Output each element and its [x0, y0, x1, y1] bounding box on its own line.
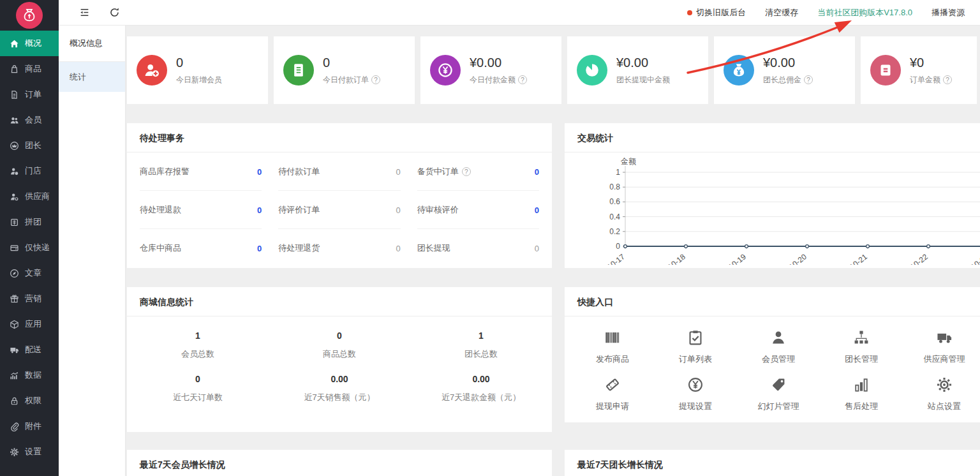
express-box-icon: [10, 243, 19, 253]
quick-entry-withdraw-apply[interactable]: 提现申请: [571, 365, 654, 412]
clipboard-check-icon: [687, 329, 704, 346]
member-growth-panel: 最近7天会员增长情况: [127, 450, 552, 476]
pending-item-stock-alert[interactable]: 商品库存报警0: [140, 152, 262, 191]
version-link[interactable]: 当前社区团购版本V17.8.0: [817, 7, 912, 19]
main-nav: 概况 商品 订单 会员 团长 门店 供应商 拼团 仅快递 文章 营销 应用 配送…: [0, 31, 59, 465]
svg-text:10-20: 10-20: [787, 252, 808, 265]
sidebar-item-groupbuy[interactable]: 拼团: [0, 209, 59, 235]
sidebar-item-goods[interactable]: 商品: [0, 56, 59, 82]
svg-text:0.8: 0.8: [609, 182, 620, 191]
pin-square-icon: [10, 218, 19, 227]
clear-cache-link[interactable]: 清空缓存: [765, 7, 798, 19]
gear-icon: [936, 376, 953, 393]
pending-item-returns[interactable]: 待处理退货0: [278, 229, 400, 267]
brand-logo[interactable]: [0, 0, 59, 31]
sidebar-item-attachments[interactable]: 附件: [0, 413, 59, 439]
main-sidebar: 概况 商品 订单 会员 团长 门店 供应商 拼团 仅快递 文章 营销 应用 配送…: [0, 0, 59, 476]
pending-item-warehouse-goods[interactable]: 仓库中商品0: [140, 229, 262, 267]
stat-value: ¥0.00: [616, 56, 670, 70]
barcode-icon: [604, 329, 621, 346]
quick-entry-aftersale[interactable]: 售后处理: [820, 365, 903, 412]
lock-icon: [10, 396, 19, 406]
quick-entry-site-settings[interactable]: 站点设置: [903, 365, 980, 412]
money-bag-icon: [724, 55, 754, 86]
topbar: 切换旧版后台 清空缓存 当前社区团购版本V17.8.0 播播资源: [59, 0, 980, 26]
sub-item-statistics[interactable]: 统计: [59, 62, 125, 92]
svg-text:0.6: 0.6: [609, 197, 620, 206]
paperclip-icon: [10, 422, 19, 431]
sidebar-item-members[interactable]: 会员: [0, 107, 59, 133]
stat-card-commission[interactable]: ¥0.00 团长总佣金?: [714, 36, 855, 104]
bobo-resources-link[interactable]: 播播资源: [932, 7, 965, 19]
sidebar-item-apps[interactable]: 应用: [0, 311, 59, 337]
users-icon: [10, 115, 19, 125]
home-icon: [10, 39, 19, 48]
pending-item-preparing-orders[interactable]: 备货中订单?0: [417, 152, 539, 191]
stat-label: 今日新增会员: [176, 75, 222, 86]
quick-entry-withdraw-settings[interactable]: 提现设置: [654, 365, 737, 412]
sidebar-item-suppliers[interactable]: 供应商: [0, 184, 59, 209]
yen-circle-outline-icon: [687, 376, 704, 393]
sidebar-item-delivery[interactable]: 配送: [0, 337, 59, 362]
help-icon[interactable]: ?: [518, 75, 527, 84]
sidebar-item-settings[interactable]: 设置: [0, 439, 59, 465]
sidebar-item-articles[interactable]: 文章: [0, 260, 59, 286]
switch-old-admin-link[interactable]: 切换旧版后台: [687, 7, 746, 19]
sidebar-item-marketing[interactable]: 营销: [0, 286, 59, 311]
stat-card-paid-orders[interactable]: 0 今日付款订单?: [274, 36, 415, 104]
stat-label: 订单金额: [910, 75, 940, 86]
sidebar-item-data[interactable]: 数据: [0, 362, 59, 388]
refresh-icon[interactable]: [109, 7, 120, 18]
stat-cards-row: 0 今日新增会员 0 今日付款订单? ¥0.00 今日付款金额? ¥0.00 团…: [127, 36, 980, 104]
stat-label: 今日付款订单: [323, 75, 369, 86]
secondary-sidebar-header: 概况信息: [59, 26, 125, 62]
help-icon[interactable]: ?: [943, 75, 952, 84]
panel-title: 快捷入口: [565, 287, 980, 316]
stat-label: 今日付款金额: [470, 75, 516, 86]
quick-entry-publish-goods[interactable]: 发布商品: [571, 318, 654, 365]
mall-stat-week-sales: 0.00近7天销售额（元）: [269, 360, 410, 403]
pending-item-refunds[interactable]: 待处理退款0: [140, 191, 262, 229]
stat-card-paid-amount[interactable]: ¥0.00 今日付款金额?: [420, 36, 561, 104]
transaction-stats-panel: 交易统计 00.20.40.60.81金额10-1710-1810-1910-2…: [565, 123, 980, 268]
svg-text:10-21: 10-21: [848, 252, 869, 265]
pending-item-audit-reviews[interactable]: 待审核评价0: [417, 191, 539, 229]
quick-entry-supplier-mgmt[interactable]: 供应商管理: [903, 318, 980, 365]
panel-title: 交易统计: [565, 123, 980, 152]
quick-entry-leader-mgmt[interactable]: 团长管理: [820, 318, 903, 365]
help-icon[interactable]: ?: [804, 75, 813, 84]
sidebar-item-leaders[interactable]: 团长: [0, 133, 59, 158]
pending-item-unpaid-orders[interactable]: 待付款订单0: [278, 152, 400, 191]
sidebar-item-overview[interactable]: 概况: [0, 31, 59, 56]
mall-stat-total-leaders: 1团长总数: [410, 316, 552, 360]
svg-text:金额: 金额: [620, 157, 636, 166]
sitemap-icon: [853, 329, 870, 346]
quick-entry-order-list[interactable]: 订单列表: [654, 318, 737, 365]
sidebar-item-stores[interactable]: 门店: [0, 158, 59, 184]
help-icon[interactable]: ?: [462, 167, 471, 176]
sidebar-item-permissions[interactable]: 权限: [0, 388, 59, 413]
stat-card-order-amount[interactable]: ¥0 订单金额?: [861, 36, 977, 104]
sidebar-item-orders[interactable]: 订单: [0, 82, 59, 107]
pending-item-review-orders[interactable]: 待评价订单0: [278, 191, 400, 229]
quick-entry-slideshow-mgmt[interactable]: 幻灯片管理: [737, 365, 820, 412]
file-lines-icon: [283, 55, 314, 86]
topbar-links: 切换旧版后台 清空缓存 当前社区团购版本V17.8.0 播播资源: [687, 7, 980, 19]
mall-stat-total-goods: 0商品总数: [269, 316, 410, 360]
sidebar-item-express[interactable]: 仅快递: [0, 235, 59, 260]
panel-title: 最近7天团长增长情况: [565, 450, 980, 476]
status-dot: [687, 10, 692, 15]
menu-fold-icon[interactable]: [79, 7, 90, 18]
svg-text:0.4: 0.4: [609, 212, 620, 221]
panel-title: 待处理事务: [127, 123, 552, 152]
quick-entry-member-mgmt[interactable]: 会员管理: [737, 318, 820, 365]
secondary-sidebar: 概况信息 统计: [59, 26, 125, 476]
mall-info-panel: 商城信息统计 1会员总数 0商品总数 1团长总数 0近七天订单数 0.00近7天…: [127, 287, 552, 432]
stat-value: ¥0.00: [470, 56, 527, 70]
stat-card-withdrawing[interactable]: ¥0.00 团长提现中金额: [567, 36, 708, 104]
stat-card-new-members[interactable]: 0 今日新增会员: [127, 36, 268, 104]
help-icon[interactable]: ?: [371, 75, 380, 84]
user-plus-icon: [137, 55, 167, 86]
pending-item-leader-withdraw[interactable]: 团长提现0: [417, 229, 539, 267]
svg-text:1: 1: [616, 168, 620, 177]
